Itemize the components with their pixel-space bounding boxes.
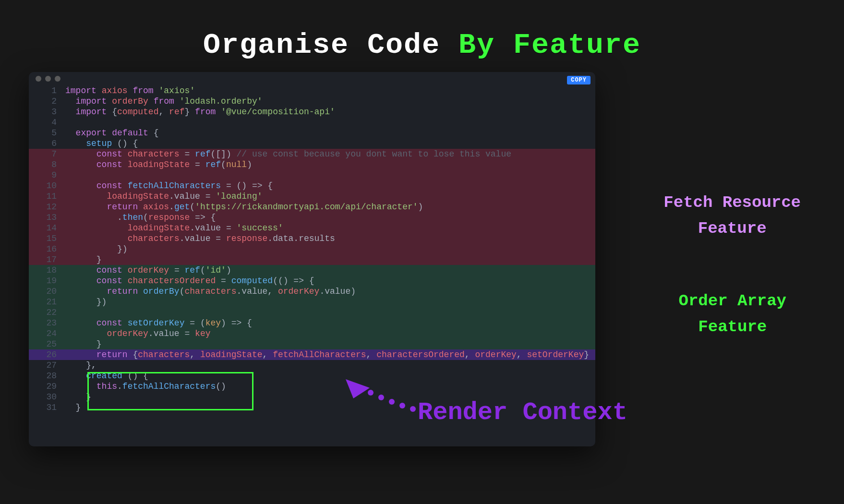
line-content: const loadingState = ref(null) [65,159,595,170]
code-line: 12 return axios.get('https://rickandmort… [29,202,595,212]
code-line: 23 const setOrderKey = (key) => { [29,318,595,328]
line-number: 9 [29,170,65,180]
code-line: 21 }) [29,297,595,307]
line-content: }) [65,244,595,254]
line-number: 6 [29,138,65,149]
line-number: 31 [29,402,65,413]
page-title: Organise Code By Feature [0,29,844,61]
window-dot-close [36,76,41,82]
line-content: const characters = ref([]) // use const … [65,149,595,159]
code-line: 8 const loadingState = ref(null) [29,159,595,170]
line-content: }, [65,360,595,371]
render-context-label: Render Context [418,398,627,427]
order-feature-label: Order Array Feature [679,288,786,340]
code-line: 9 [29,170,595,180]
line-content: setup () { [65,138,595,149]
code-line: 16 }) [29,244,595,254]
line-content: this.fetchAllCharacters() [65,381,595,392]
code-line: 28 created () { [29,371,595,381]
line-number: 22 [29,307,65,318]
line-content: import axios from 'axios' [65,85,595,96]
line-content: orderKey.value = key [65,328,595,339]
code-line: 2 import orderBy from 'lodash.orderby' [29,96,595,107]
title-part-2: By Feature [458,29,641,61]
line-content: export default { [65,128,595,138]
line-content: return {characters, loadingState, fetchA… [65,349,595,360]
code-line: 1import axios from 'axios' [29,85,595,96]
line-number: 12 [29,202,65,212]
code-line: 27 }, [29,360,595,371]
line-content: .then(response => { [65,212,595,223]
line-number: 1 [29,85,65,96]
code-line: 22 [29,307,595,318]
fetch-feature-line1: Fetch Resource [663,190,801,216]
code-line: 13 .then(response => { [29,212,595,223]
line-number: 5 [29,128,65,138]
line-number: 16 [29,244,65,254]
line-content: const charactersOrdered = computed(() =>… [65,276,595,286]
code-line: 26 return {characters, loadingState, fet… [29,349,595,360]
window-chrome [29,72,595,85]
dotted-arrow-icon [336,379,422,418]
line-number: 24 [29,328,65,339]
line-content: }) [65,297,595,307]
line-number: 27 [29,360,65,371]
line-content: import orderBy from 'lodash.orderby' [65,96,595,107]
line-number: 10 [29,180,65,191]
fetch-feature-label: Fetch Resource Feature [663,190,801,242]
code-line: 15 characters.value = response.data.resu… [29,233,595,244]
line-number: 8 [29,159,65,170]
code-line: 25 } [29,339,595,349]
line-number: 20 [29,286,65,297]
line-number: 26 [29,349,65,360]
line-content: import {computed, ref} from '@vue/compos… [65,107,595,117]
line-content: characters.value = response.data.results [65,233,595,244]
code-line: 10 const fetchAllCharacters = () => { [29,180,595,191]
line-content: loadingState.value = 'success' [65,223,595,233]
code-line: 11 loadingState.value = 'loading' [29,191,595,202]
line-number: 17 [29,254,65,265]
svg-point-3 [378,395,384,400]
line-content: } [65,254,595,265]
window-dot-min [45,76,51,82]
line-number: 21 [29,297,65,307]
line-number: 14 [29,223,65,233]
line-number: 11 [29,191,65,202]
line-number: 7 [29,149,65,159]
line-number: 2 [29,96,65,107]
copy-button[interactable]: COPY [567,76,591,84]
title-part-1: Organise Code [203,29,458,61]
code-line: 6 setup () { [29,138,595,149]
line-number: 18 [29,265,65,276]
line-content [65,170,595,180]
code-line: 18 const orderKey = ref('id') [29,265,595,276]
line-content: return orderBy(characters.value, orderKe… [65,286,595,297]
line-content: const fetchAllCharacters = () => { [65,180,595,191]
line-content: } [65,339,595,349]
code-line: 3 import {computed, ref} from '@vue/comp… [29,107,595,117]
line-content: const setOrderKey = (key) => { [65,318,595,328]
window-dot-max [55,76,60,82]
line-content: return axios.get('https://rickandmortyap… [65,202,595,212]
line-number: 15 [29,233,65,244]
line-number: 30 [29,392,65,402]
line-number: 4 [29,117,65,128]
fetch-feature-line2: Feature [663,216,801,241]
line-number: 19 [29,276,65,286]
code-line: 4 [29,117,595,128]
code-line: 7 const characters = ref([]) // use cons… [29,149,595,159]
code-line: 24 orderKey.value = key [29,328,595,339]
svg-marker-5 [346,379,370,398]
line-number: 3 [29,107,65,117]
svg-point-4 [368,390,374,396]
line-content: loadingState.value = 'loading' [65,191,595,202]
line-number: 13 [29,212,65,223]
order-feature-line1: Order Array [679,288,786,314]
svg-point-1 [399,403,405,408]
svg-point-0 [410,406,416,412]
code-block: 1import axios from 'axios'2 import order… [29,85,595,413]
line-content: created () { [65,371,595,381]
code-line: 20 return orderBy(characters.value, orde… [29,286,595,297]
code-line: 29 this.fetchAllCharacters() [29,381,595,392]
order-feature-line2: Feature [679,314,786,340]
